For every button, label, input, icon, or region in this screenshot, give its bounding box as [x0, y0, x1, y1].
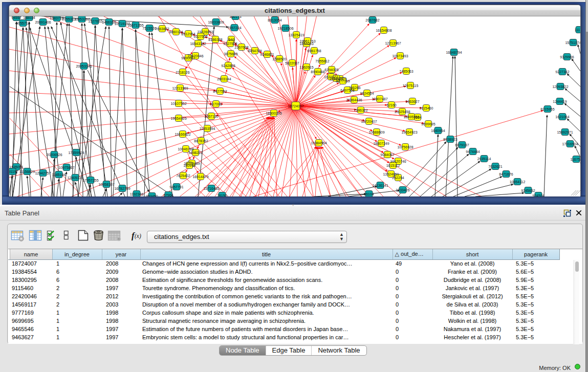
svg-text:10654112: 10654112 [510, 180, 526, 184]
svg-text:9890612: 9890612 [181, 56, 195, 60]
svg-text:1621064: 1621064 [555, 115, 569, 119]
svg-text:19654923: 19654923 [401, 130, 417, 134]
svg-text:16543382: 16543382 [190, 42, 206, 46]
svg-text:62160: 62160 [386, 103, 397, 107]
svg-text:9327508: 9327508 [223, 42, 237, 46]
svg-text:7632621: 7632621 [488, 165, 502, 168]
svg-text:16782759: 16782759 [114, 187, 130, 190]
svg-text:9463627: 9463627 [405, 100, 419, 103]
svg-text:10975867: 10975867 [58, 166, 74, 169]
svg-text:9327506: 9327506 [193, 35, 207, 38]
svg-text:16033809: 16033809 [208, 20, 224, 24]
svg-text:2367608: 2367608 [234, 46, 248, 49]
svg-text:8938923: 8938923 [443, 138, 457, 141]
svg-text:7663822: 7663822 [155, 27, 169, 31]
svg-text:2803144: 2803144 [217, 77, 231, 81]
svg-text:2087682: 2087682 [365, 18, 379, 22]
svg-text:10756928: 10756928 [397, 145, 413, 149]
svg-text:23226053: 23226053 [197, 30, 213, 34]
svg-text:10807487: 10807487 [372, 97, 387, 101]
svg-text:8813054: 8813054 [268, 18, 281, 22]
svg-text:924504: 924504 [532, 194, 544, 197]
svg-text:18724007: 18724007 [288, 104, 303, 108]
svg-text:11156829: 11156829 [19, 170, 35, 173]
svg-text:94557: 94557 [11, 16, 21, 19]
svg-text:9474444: 9474444 [466, 150, 480, 154]
svg-text:2935114: 2935114 [477, 157, 491, 161]
svg-text:7625402: 7625402 [176, 174, 190, 178]
svg-text:10958107: 10958107 [98, 183, 114, 186]
svg-text:952450: 952450 [146, 194, 158, 197]
svg-text:18807249: 18807249 [373, 142, 389, 145]
svg-text:5822037: 5822037 [285, 61, 299, 65]
svg-text:8878352: 8878352 [194, 139, 208, 143]
svg-text:(x): (x) [135, 233, 141, 239]
svg-text:15720407: 15720407 [361, 120, 377, 123]
svg-text:9699695: 9699695 [421, 122, 435, 126]
svg-text:14136141: 14136141 [372, 184, 388, 187]
svg-text:13524851: 13524851 [383, 172, 399, 176]
svg-text:391197: 391197 [9, 170, 18, 173]
svg-text:1527602: 1527602 [88, 19, 102, 23]
svg-text:9664: 9664 [413, 116, 422, 119]
svg-text:10025458: 10025458 [394, 110, 410, 114]
svg-text:16671355: 16671355 [127, 24, 143, 27]
svg-text:9146821: 9146821 [260, 53, 274, 56]
svg-text:2451124: 2451124 [330, 77, 343, 80]
svg-text:6497568: 6497568 [340, 89, 354, 92]
svg-text:15716485: 15716485 [203, 187, 219, 190]
svg-text:20364436: 20364436 [346, 98, 362, 102]
svg-text:1244419: 1244419 [553, 100, 567, 103]
svg-text:1362615: 1362615 [299, 65, 313, 69]
svg-text:6961758: 6961758 [307, 49, 321, 53]
svg-text:1733426: 1733426 [396, 188, 409, 192]
svg-text:9457791: 9457791 [169, 185, 183, 189]
svg-text:96104: 96104 [364, 192, 374, 196]
svg-text:1192346: 1192346 [130, 192, 144, 196]
svg-text:188034: 188034 [23, 16, 35, 19]
svg-text:13325419: 13325419 [288, 33, 304, 37]
svg-text:10688609: 10688609 [368, 130, 384, 134]
svg-text:5498222: 5498222 [188, 151, 202, 155]
svg-text:3624554: 3624554 [360, 92, 374, 95]
svg-text:3875685: 3875685 [224, 52, 237, 56]
svg-text:6879197: 6879197 [455, 143, 469, 147]
svg-text:10107552: 10107552 [170, 102, 186, 105]
svg-text:1535051: 1535051 [9, 165, 23, 169]
svg-text:9055712: 9055712 [16, 21, 30, 25]
svg-text:10853267: 10853267 [74, 17, 90, 21]
svg-text:12905135: 12905135 [67, 176, 83, 180]
svg-text:9115460: 9115460 [420, 106, 433, 110]
svg-text:87964: 87964 [163, 193, 173, 197]
svg-text:7986322: 7986322 [354, 108, 367, 112]
svg-text:16914479: 16914479 [192, 175, 208, 179]
svg-text:9245652: 9245652 [521, 189, 535, 192]
svg-text:11353594: 11353594 [200, 127, 215, 130]
svg-text:76150: 76150 [217, 194, 227, 197]
svg-text:9242848: 9242848 [221, 64, 235, 68]
svg-text:11173: 11173 [575, 28, 580, 32]
svg-text:3267130: 3267130 [204, 115, 218, 118]
svg-text:17359924: 17359924 [68, 151, 84, 155]
svg-text:9329966: 9329966 [560, 55, 574, 59]
svg-text:8186328: 8186328 [208, 38, 222, 41]
svg-text:19218506: 19218506 [277, 27, 293, 30]
svg-text:20691406: 20691406 [35, 20, 51, 24]
svg-text:10046788: 10046788 [178, 147, 193, 151]
svg-text:16154808: 16154808 [376, 29, 391, 32]
svg-text:10973493: 10973493 [392, 54, 408, 58]
svg-text:8454749: 8454749 [248, 49, 262, 53]
svg-text:18300295: 18300295 [266, 112, 281, 115]
svg-text:17016504: 17016504 [562, 142, 578, 146]
svg-text:12213967: 12213967 [385, 41, 401, 45]
svg-text:8427552: 8427552 [213, 90, 227, 93]
svg-text:12942757: 12942757 [35, 171, 51, 175]
svg-text:140994: 140994 [183, 164, 195, 167]
svg-text:7485063: 7485063 [399, 70, 413, 73]
svg-text:19654925: 19654925 [170, 117, 186, 120]
svg-text:15751074: 15751074 [565, 41, 580, 45]
svg-text:116753: 116753 [571, 158, 580, 161]
svg-text:8471676: 8471676 [499, 172, 513, 176]
svg-text:7955812: 7955812 [315, 59, 329, 63]
svg-text:1145194: 1145194 [52, 173, 66, 177]
